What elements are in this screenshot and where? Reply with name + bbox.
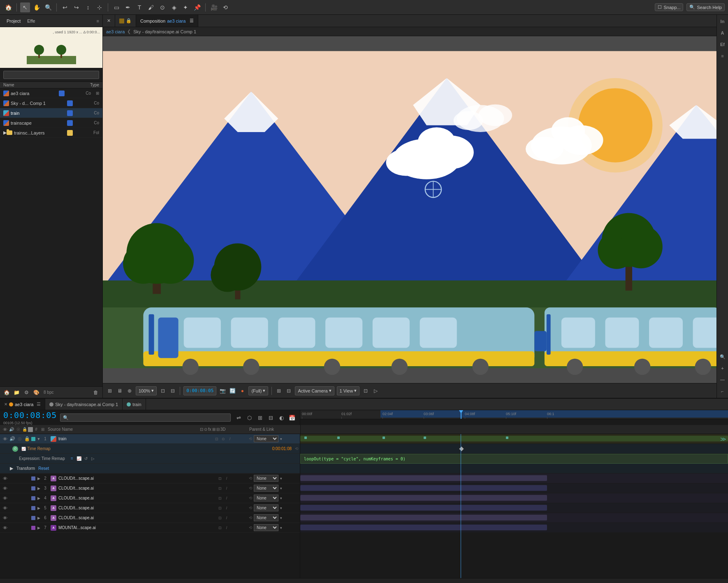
view-count-dropdown[interactable]: 1 View ▾ bbox=[337, 386, 360, 395]
pin-icon[interactable]: 📌 bbox=[192, 2, 202, 12]
switch-7-1[interactable]: ⊡ bbox=[217, 525, 223, 531]
viewer-monitor-icon[interactable]: 🖥 bbox=[116, 387, 123, 395]
layer-1-eye[interactable]: 👁 bbox=[2, 436, 8, 442]
switch-2-1[interactable]: ⊡ bbox=[217, 476, 223, 481]
layer-1-solo[interactable]: ◎ bbox=[16, 436, 23, 442]
redo-icon[interactable]: ↪ bbox=[72, 2, 81, 12]
time-remap-value[interactable]: 0:00:01:08 bbox=[272, 446, 292, 451]
composition-tab[interactable]: Composition ae3 ciara ☰ bbox=[136, 15, 198, 27]
viewer-grid-icon[interactable]: ⊞ bbox=[106, 387, 114, 395]
layer-2-expand[interactable]: ▶ bbox=[36, 476, 41, 481]
tl-motion-icon[interactable]: ◐ bbox=[277, 413, 286, 422]
switch-7-2[interactable]: / bbox=[224, 525, 230, 531]
grid-overlay-icon[interactable]: ⊟ bbox=[285, 387, 292, 395]
layer-1-lock[interactable]: 🔒 bbox=[24, 436, 30, 442]
breadcrumb-current[interactable]: Sky - day/trainscape.ai Comp 1 bbox=[133, 29, 196, 34]
layer-row-5[interactable]: 👁 ▶ 5 A CLOUD/t...scape.ai ⊡ / ⟲ None bbox=[0, 503, 300, 513]
expr-enable-icon[interactable]: = bbox=[69, 456, 75, 462]
snapshot-icon[interactable]: 📷 bbox=[219, 387, 226, 395]
layer-row-2[interactable]: 👁 ▶ 2 A CLOUD/t...scape.ai ⊡ / ⟲ None bbox=[0, 474, 300, 483]
home-icon[interactable]: 🏠 bbox=[3, 2, 13, 12]
camera-tool-icon[interactable]: 🎥 bbox=[209, 2, 219, 12]
switch-4-2[interactable]: / bbox=[224, 495, 230, 501]
list-item[interactable]: Sky - d... Comp 1 Co bbox=[0, 98, 102, 108]
orbit-icon[interactable]: ⟲ bbox=[220, 2, 230, 12]
list-item[interactable]: trainscape Co bbox=[0, 118, 102, 128]
layer-row-train[interactable]: 👁 🔊 ◎ 🔒 ▼ 1 train ⊡ ⊙ / ⟲ bbox=[0, 434, 300, 444]
stamp-icon[interactable]: ⊙ bbox=[158, 2, 167, 12]
resize-icon[interactable]: ⊟ bbox=[169, 387, 176, 395]
pen-icon[interactable]: ✒ bbox=[123, 2, 133, 12]
layer-row-7[interactable]: 👁 ▶ 7 A MOUNTAI...scape.ai ⊡ / ⟲ None bbox=[0, 523, 300, 533]
layer-1-expand[interactable]: ▼ bbox=[36, 437, 41, 441]
layer-5-parent-select[interactable]: None bbox=[254, 504, 278, 511]
zoom-icon[interactable]: 🔍 bbox=[43, 2, 53, 12]
reset-button[interactable]: Reset bbox=[38, 466, 49, 471]
delete-icon[interactable]: 🗑 bbox=[92, 388, 100, 397]
switch-3-2[interactable]: / bbox=[224, 485, 230, 491]
timeline-tab-close-1[interactable]: ✕ bbox=[4, 402, 7, 406]
timeline-tab-menu-1[interactable]: ☰ bbox=[37, 402, 41, 407]
tl-link-icon[interactable]: ⇌ bbox=[234, 413, 243, 422]
kf-row-layer-6[interactable] bbox=[300, 513, 728, 523]
quality-dropdown[interactable]: (Full) ▾ bbox=[248, 386, 268, 395]
expr-graph-icon[interactable]: 📈 bbox=[76, 456, 82, 462]
timeline-tab-train[interactable]: train bbox=[123, 399, 146, 410]
tl-grid-icon[interactable]: ⊞ bbox=[255, 413, 264, 422]
tl-layout-icon[interactable]: ⊟ bbox=[266, 413, 275, 422]
layer-4-parent-select[interactable]: None bbox=[254, 495, 278, 502]
color-correct-icon[interactable]: ● bbox=[239, 387, 246, 395]
right-panel-plus[interactable]: + bbox=[718, 363, 728, 373]
layer-3-expand[interactable]: ▶ bbox=[36, 486, 41, 491]
toggle-transparency-icon[interactable]: ⊡ bbox=[362, 387, 369, 395]
switch-1-1[interactable]: ⊡ bbox=[214, 436, 220, 442]
kf-row-transform[interactable] bbox=[300, 464, 728, 474]
list-item[interactable]: ae3 ciara Co ⊞ bbox=[0, 88, 102, 98]
switch-5-2[interactable]: / bbox=[224, 505, 230, 511]
switch-1-2[interactable]: ⊙ bbox=[220, 436, 226, 442]
timeline-tab-ae3[interactable]: ✕ ae3 ciara ☰ bbox=[0, 399, 45, 410]
right-panel-search[interactable]: 🔍 bbox=[718, 352, 728, 362]
project-search-input[interactable] bbox=[3, 71, 99, 79]
new-item-icon[interactable]: 🏠 bbox=[2, 388, 11, 397]
right-panel-corner[interactable]: ⌐ bbox=[718, 386, 728, 396]
show-snapshot-icon[interactable]: 🔄 bbox=[229, 387, 236, 395]
layer-3-eye[interactable]: 👁 bbox=[2, 485, 8, 492]
switch-5-1[interactable]: ⊡ bbox=[217, 505, 223, 511]
undo-icon[interactable]: ↩ bbox=[60, 2, 70, 12]
folder-new-icon[interactable]: 📁 bbox=[12, 388, 21, 397]
switch-6-1[interactable]: ⊡ bbox=[217, 515, 223, 521]
layer-4-eye[interactable]: 👁 bbox=[2, 495, 8, 502]
right-panel-line[interactable]: — bbox=[718, 375, 728, 385]
layer-1-parent-select[interactable]: None bbox=[254, 435, 278, 442]
layer-row-3[interactable]: 👁 ▶ 3 A CLOUD/t...scape.ai ⊡ / ⟲ None bbox=[0, 483, 300, 493]
tl-calendar-icon[interactable]: 📅 bbox=[287, 413, 297, 422]
marquee-icon[interactable]: ⊹ bbox=[95, 2, 104, 12]
timeline-bottom-scroll[interactable] bbox=[0, 578, 728, 583]
switch-3-1[interactable]: ⊡ bbox=[217, 485, 223, 491]
select-icon[interactable]: ↖ bbox=[20, 2, 30, 12]
layer-1-audio[interactable]: 🔊 bbox=[9, 436, 16, 442]
zoom-dropdown[interactable]: 100% ▾ bbox=[136, 386, 157, 395]
right-panel-menu[interactable]: ≡ bbox=[718, 51, 728, 61]
layer-row-6[interactable]: 👁 ▶ 6 A CLOUD/t...scape.ai ⊡ / ⟲ None bbox=[0, 513, 300, 523]
kf-row-time-remap[interactable] bbox=[300, 444, 728, 454]
layer-4-expand[interactable]: ▶ bbox=[36, 496, 41, 501]
text-icon[interactable]: T bbox=[134, 2, 144, 12]
switch-4-1[interactable]: ⊡ bbox=[217, 495, 223, 501]
eraser-icon[interactable]: ◈ bbox=[169, 2, 179, 12]
switch-2-2[interactable]: / bbox=[224, 476, 230, 481]
settings-icon[interactable]: ⚙ bbox=[22, 388, 30, 397]
list-item[interactable]: train Co bbox=[0, 108, 102, 118]
expr-loop-icon[interactable]: ↺ bbox=[83, 456, 89, 462]
fit-icon[interactable]: ⊡ bbox=[159, 387, 167, 395]
switch-1-3[interactable]: / bbox=[227, 436, 233, 442]
right-panel-info[interactable]: In bbox=[718, 16, 728, 26]
layer-6-expand[interactable]: ▶ bbox=[36, 516, 41, 520]
layer-2-parent-select[interactable]: None bbox=[254, 475, 278, 482]
right-panel-align[interactable]: A bbox=[718, 28, 728, 38]
active-camera-dropdown[interactable]: Active Camera ▾ bbox=[295, 386, 334, 395]
layer-7-eye[interactable]: 👁 bbox=[2, 525, 8, 531]
kf-row-expression[interactable]: loopOut(type = "cycle", numKeyframes = 0… bbox=[300, 454, 728, 464]
roi-icon[interactable]: ⊞ bbox=[275, 387, 283, 395]
